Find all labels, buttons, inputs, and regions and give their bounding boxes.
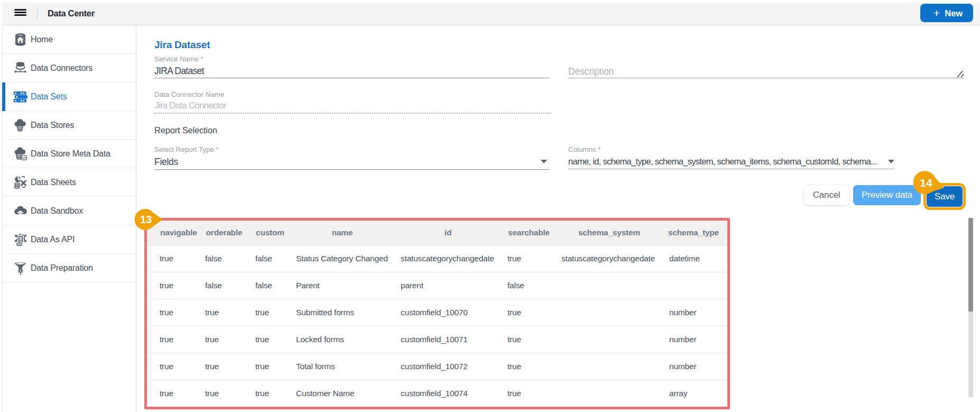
svg-text:</>: </> — [22, 155, 27, 159]
svg-text:14: 14 — [920, 177, 932, 189]
svg-text:API: API — [17, 243, 22, 245]
svg-text:13: 13 — [140, 214, 152, 225]
